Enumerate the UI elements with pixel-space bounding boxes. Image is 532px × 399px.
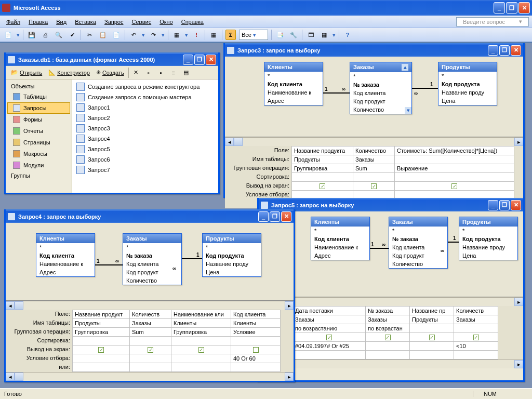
menu-edit[interactable]: Правка <box>24 17 52 26</box>
help-search-input[interactable]: Введите вопрос▾ <box>456 17 529 26</box>
q4-close-button[interactable]: ✕ <box>281 211 291 222</box>
details-button[interactable]: ▤ <box>181 68 191 78</box>
q5-upper-scroll[interactable]: ◂▸ <box>259 297 523 306</box>
q3-min-button[interactable]: _ <box>488 45 498 56</box>
q4-grid-scroll[interactable]: ◂▸ <box>6 372 294 381</box>
nav-pages[interactable]: Страницы <box>7 137 70 148</box>
q3-titlebar[interactable]: Запрос3 : запрос на выборку _ ❐ ✕ <box>225 43 523 57</box>
q4-min-button[interactable]: _ <box>258 211 269 222</box>
showtable-button[interactable]: ▦ <box>208 30 219 40</box>
q3-max-button[interactable]: ❐ <box>499 45 510 56</box>
nav-objects-header[interactable]: Объекты <box>6 82 72 91</box>
nav-modules[interactable]: Модули <box>7 159 70 171</box>
print-button[interactable]: 🖨 <box>40 30 50 40</box>
q3-tables-pane[interactable]: Клиенты *Код клиентаНаименование кАдрес … <box>225 57 523 137</box>
help-button[interactable]: ? <box>342 30 353 40</box>
dbwin-max-button[interactable]: ❐ <box>194 55 205 65</box>
list-item[interactable]: Запрос7 <box>74 165 216 175</box>
list-item[interactable]: Запрос4 <box>74 134 216 144</box>
nav-tables[interactable]: Таблицы <box>7 91 70 102</box>
table-orders[interactable]: Заказы▴ *№ заказаКод клиентаКод продуктК… <box>350 62 412 114</box>
nav-forms[interactable]: Формы <box>7 114 70 125</box>
design-button[interactable]: 📐Конструктор <box>46 68 92 77</box>
create-button[interactable]: ✳Создать <box>94 68 126 77</box>
list-item[interactable]: Создание запроса в режиме конструктора <box>74 82 216 92</box>
app-minimize-button[interactable]: _ <box>494 2 505 14</box>
cut-button[interactable]: ✂ <box>84 30 95 40</box>
app-maximize-button[interactable]: ❐ <box>506 2 517 14</box>
q4-max-button[interactable]: ❐ <box>270 211 280 222</box>
run-button[interactable]: ! <box>191 30 202 40</box>
list-item[interactable]: Запрос6 <box>74 154 216 165</box>
small-icons-button[interactable]: ▪ <box>156 68 166 78</box>
list-item[interactable]: Запрос1 <box>74 102 216 113</box>
status-ready: Готово <box>4 391 22 397</box>
paste-button[interactable]: 📄 <box>111 30 122 40</box>
open-button[interactable]: 📂Открыть <box>9 68 44 77</box>
query3-window: Запрос3 : запрос на выборку _ ❐ ✕ Клиент… <box>223 43 525 198</box>
menu-view[interactable]: Вид <box>52 17 71 26</box>
dbwin-button[interactable]: 🗔 <box>305 30 316 40</box>
preview-button[interactable]: 🔍 <box>54 30 64 40</box>
menu-help[interactable]: Справка <box>177 17 208 26</box>
list-item[interactable]: Запрос2 <box>74 113 216 123</box>
menu-file[interactable]: Файл <box>2 17 24 26</box>
top-values-combo[interactable]: Все▾ <box>239 30 268 40</box>
q4-title: Запрос4 : запрос на выборку <box>18 214 101 220</box>
list-item[interactable]: Запрос5 <box>74 144 216 154</box>
table-products[interactable]: Продукты *Код продуктаНазвание продуЦена <box>202 233 261 277</box>
table-clients[interactable]: Клиенты *Код клиентаНаименование кАдрес <box>36 233 95 277</box>
redo-button[interactable]: ↷ <box>148 30 158 40</box>
nav-macros[interactable]: Макросы <box>7 148 70 159</box>
app-titlebar: Microsoft Access _ ❐ ✕ <box>0 0 532 16</box>
props-button[interactable]: 📑 <box>275 30 285 40</box>
dbwin-titlebar[interactable]: Заказы.db1 : база данных (формат Access … <box>6 52 218 66</box>
table-orders[interactable]: Заказы *№ заказаКод клиентаКод продуктКо… <box>389 217 448 269</box>
q5-min-button[interactable]: _ <box>488 200 498 210</box>
copy-button[interactable]: 📋 <box>98 30 108 40</box>
table-products[interactable]: Продукты *Код продуктаНазвание продуЦена <box>459 217 518 260</box>
q3-upper-scroll[interactable]: ◂▸ <box>225 137 523 146</box>
dbwin-min-button[interactable]: _ <box>183 55 193 65</box>
totals-button[interactable]: Σ <box>225 30 236 40</box>
menu-window[interactable]: Окно <box>155 17 177 26</box>
q5-max-button[interactable]: ❐ <box>499 200 510 210</box>
qtype-button[interactable]: ▦ <box>171 30 182 40</box>
table-clients[interactable]: Клиенты *Код клиентаНаименование кАдрес <box>264 62 323 105</box>
q4-grid[interactable]: Поле:Имя таблицы:Групповая операция:Сорт… <box>6 310 294 372</box>
spell-button[interactable]: ✔ <box>67 30 77 40</box>
q4-titlebar[interactable]: Запрос4 : запрос на выборку _ ❐ ✕ <box>6 209 294 223</box>
query5-window: Запрос5 : запрос на выборку _ ❐ ✕ Клиент… <box>257 198 525 382</box>
app-close-button[interactable]: ✕ <box>518 2 530 14</box>
newobj-button[interactable]: ▦ <box>319 30 329 40</box>
q3-title: Запрос3 : запрос на выборку <box>237 47 320 54</box>
undo-button[interactable]: ↶ <box>128 30 139 40</box>
save-button[interactable]: 💾 <box>26 30 37 40</box>
build-button[interactable]: 🔧 <box>288 30 299 40</box>
large-icons-button[interactable]: ▫ <box>143 68 154 78</box>
menu-query[interactable]: Запрос <box>100 17 127 26</box>
nav-groups-header[interactable]: Группы <box>6 171 72 180</box>
list-item[interactable]: Создание запроса с помощью мастера <box>74 92 216 102</box>
menu-tools[interactable]: Сервис <box>127 17 155 26</box>
q4-tables-pane[interactable]: Клиенты *Код клиентаНаименование кАдрес … <box>6 223 294 301</box>
q5-grid-scroll[interactable]: ◂▸ <box>259 360 523 368</box>
q5-titlebar[interactable]: Запрос5 : запрос на выборку _ ❐ ✕ <box>259 198 523 211</box>
q3-close-button[interactable]: ✕ <box>511 45 521 56</box>
q4-upper-scroll[interactable]: ◂▸ <box>6 301 294 310</box>
nav-queries[interactable]: Запросы <box>7 102 70 114</box>
dbwin-close-button[interactable]: ✕ <box>206 55 216 65</box>
list-item[interactable]: Запрос3 <box>74 123 216 134</box>
view-button[interactable]: 📄 <box>3 30 14 40</box>
q5-tables-pane[interactable]: Клиенты *Код клиентаНаименование кАдрес … <box>259 211 523 297</box>
table-orders[interactable]: Заказы *№ заказаКод клиентаКод продуктКо… <box>123 233 182 285</box>
table-clients[interactable]: Клиенты *Код клиентаНаименование кАдрес <box>311 217 370 260</box>
list-button[interactable]: ≡ <box>168 68 179 78</box>
menu-insert[interactable]: Вставка <box>71 17 100 26</box>
q5-grid[interactable]: Поле:я таблицы:ртировка:а экран:е отбора… <box>259 306 523 360</box>
nav-reports[interactable]: Отчеты <box>7 125 70 137</box>
q5-close-button[interactable]: ✕ <box>511 200 521 210</box>
delete-button[interactable]: ✕ <box>131 68 141 78</box>
access-icon <box>2 4 10 12</box>
table-products[interactable]: Продукты *Код продуктаНазвание продуЦена <box>438 62 497 105</box>
